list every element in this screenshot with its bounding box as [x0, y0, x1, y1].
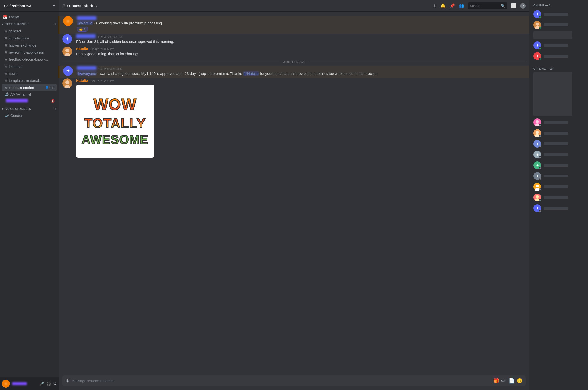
message-timestamp: 10/11/2023 2:35 PM [90, 79, 114, 82]
member-name [544, 164, 568, 167]
sidebar-item-success-stories[interactable]: # success-stories 👤+ ⚙ [2, 84, 56, 91]
status-indicator [539, 47, 541, 49]
member-item[interactable]: ✦ [532, 139, 586, 149]
avatar [62, 79, 72, 88]
sidebar-item-lawyer-exchange[interactable]: # lawyer-exchange [2, 42, 56, 49]
avatar: ✦ [63, 66, 73, 76]
sidebar-events[interactable]: 📅 Events [0, 14, 58, 20]
message-timestamp: 08/23/2023 3:47 PM [98, 36, 122, 39]
sidebar-item-life-in-us[interactable]: # life-in-us [2, 63, 56, 70]
hash-icon: # [5, 71, 7, 76]
avatar [533, 183, 541, 191]
hash-icon: # [5, 78, 7, 83]
hash-icon: # [5, 85, 7, 90]
member-item[interactable]: ✦ [532, 9, 586, 19]
offline-header: OFFLINE — 24 [532, 67, 586, 70]
member-name [544, 185, 568, 188]
status-indicator [539, 27, 541, 29]
member-item[interactable]: ✦ [532, 203, 586, 213]
message-content: @Natalia - 8 working days with premium p… [77, 16, 526, 32]
wow-text: WOW [94, 96, 137, 114]
status-indicator [539, 58, 541, 60]
offline-section: OFFLINE — 24 [530, 63, 588, 215]
gif-icon[interactable]: GIF [501, 379, 507, 383]
member-item[interactable]: ✦ [532, 160, 586, 171]
bell-icon[interactable]: 🔔 [440, 3, 446, 8]
avatar: ✦ [533, 140, 541, 148]
mention[interactable]: @Natalia [77, 21, 93, 25]
message-author: Natalia [76, 47, 88, 51]
reaction[interactable]: 👍 1 [77, 26, 526, 32]
message-group: ✦ 10/11/2023 2:34 PM @everyone , wanna s… [58, 66, 530, 78]
sidebar-item-general[interactable]: # general [2, 28, 56, 34]
message-input[interactable] [71, 379, 491, 383]
member-item[interactable] [532, 192, 586, 203]
search-input[interactable] [470, 4, 499, 7]
message-group: Natalia 08/23/2023 3:47 PM Really good t… [58, 46, 530, 58]
sidebar-item-feedback[interactable]: # feedback-let-us-know-... [2, 56, 56, 63]
member-item[interactable] [532, 128, 586, 139]
member-item[interactable]: ✦ [532, 149, 586, 160]
member-item[interactable] [532, 19, 586, 30]
avatar: ✦ [533, 151, 541, 158]
sidebar-item-review-my-application[interactable]: # review-my-application [2, 49, 56, 55]
voice-channels-header[interactable]: ▾ VOICE CHANNELS + [0, 105, 58, 112]
member-name [544, 132, 568, 135]
help-icon[interactable]: ? [520, 3, 526, 8]
user-settings-icon[interactable]: ⚙ [53, 382, 56, 386]
messages-area: ● @Natalia - 8 working days with premium… [58, 12, 530, 373]
inbox-icon[interactable]: ⬜ [511, 3, 516, 8]
sidebar-item-introductions[interactable]: # introductions [2, 35, 56, 42]
message-author [77, 16, 96, 20]
message-text: @everyone , wanna share good news. My I-… [77, 71, 526, 76]
sticker-icon[interactable]: 📄 [508, 378, 515, 384]
svg-point-25 [536, 131, 539, 134]
sidebar-item-news[interactable]: # news [2, 70, 56, 77]
sidebar: SelfPetitionUSA ▾ 📅 Events ▾ TEXT CHANNE… [0, 0, 58, 390]
headphones-icon[interactable]: 🎧 [46, 382, 51, 386]
sidebar-body: 📅 Events ▾ TEXT CHANNELS + # general # i… [0, 12, 58, 377]
add-member-icon[interactable]: 👤+ [45, 86, 51, 90]
avatar: ✦ [62, 34, 72, 44]
message-author [77, 66, 96, 70]
everyone-mention[interactable]: @everyone [77, 71, 97, 76]
member-item[interactable]: ✦ [532, 171, 586, 181]
sidebar-item-templates-materials[interactable]: # templates-materials [2, 77, 56, 84]
member-item[interactable] [532, 181, 586, 192]
microphone-icon[interactable]: 🎤 [40, 382, 44, 386]
sidebar-item-ama-channel[interactable]: 🔊 AMA-channel [2, 91, 56, 98]
server-header[interactable]: SelfPetitionUSA ▾ [0, 0, 58, 12]
threads-icon[interactable]: ⌗ [434, 3, 436, 8]
reaction-button[interactable]: 👍 1 [77, 27, 88, 32]
sidebar-item-blurred[interactable]: 🔇 [2, 98, 56, 104]
pin-icon[interactable]: 📌 [449, 3, 455, 8]
sidebar-item-general-voice[interactable]: 🔊 General [2, 112, 56, 119]
mute-icon: 🔇 [51, 99, 55, 103]
natalia-mention[interactable]: @Natalia [243, 71, 259, 76]
server-name: SelfPetitionUSA [4, 4, 32, 8]
member-item[interactable]: ✦ [532, 40, 586, 51]
member-item[interactable]: ✦ [532, 51, 586, 61]
add-attachment-icon[interactable]: ⊕ [65, 378, 69, 384]
search-box[interactable]: 🔍 [468, 2, 507, 9]
add-voice-channel-button[interactable]: + [54, 107, 56, 111]
gift-icon[interactable]: 🎁 [493, 378, 499, 384]
message-text: Really good timing, thanks for sharing! [76, 51, 526, 56]
text-channels-header[interactable]: ▾ TEXT CHANNELS + [0, 20, 58, 27]
add-channel-button[interactable]: + [54, 22, 56, 26]
member-name [544, 13, 568, 16]
member-item[interactable] [532, 117, 586, 128]
settings-icon[interactable]: ⚙ [52, 86, 55, 90]
hash-icon: # [5, 43, 7, 47]
message-body: - 8 working days with premium processing [94, 21, 162, 25]
channel-label: success-stories [9, 86, 34, 90]
voice-channels-section: ▾ VOICE CHANNELS + 🔊 General [0, 105, 58, 119]
message-content: Natalia 10/11/2023 2:35 PM WOW TOTALLY A… [76, 79, 526, 158]
member-placeholder [533, 31, 572, 39]
avatar: ✦ [533, 161, 541, 169]
members-icon[interactable]: 👥 [459, 3, 464, 8]
message-text: PD on Jan 31, all of sudden because appr… [76, 39, 526, 44]
online-section: ONLINE — 4 ✦ [530, 0, 588, 63]
emoji-icon[interactable]: 🙂 [517, 378, 523, 384]
message-header: Natalia 08/23/2023 3:47 PM [76, 47, 526, 51]
